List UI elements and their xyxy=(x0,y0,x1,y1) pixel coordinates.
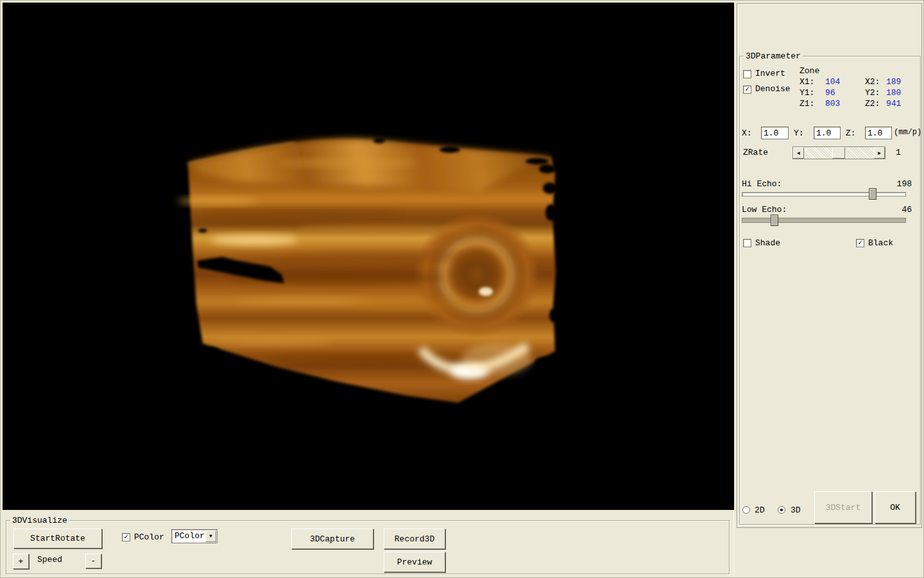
visualize-groupbox-title: 3DVisualize xyxy=(10,516,69,525)
low-echo-label: Low Echo: xyxy=(742,205,787,215)
pcolor-label: PColor xyxy=(134,532,164,542)
start3d-button[interactable]: 3DStart xyxy=(814,491,872,523)
zone-x2-label: X2: xyxy=(865,77,880,87)
y-scale-label: Y: xyxy=(794,128,804,138)
parameter-groupbox-title: 3DParameter xyxy=(744,51,803,61)
hi-echo-slider-thumb[interactable] xyxy=(869,188,877,200)
pcolor-dropdown[interactable]: PColor ▼ xyxy=(171,529,218,543)
zone-z2-value: 941 xyxy=(886,99,901,109)
black-checkbox[interactable]: ✓ xyxy=(856,239,864,247)
z-scale-label: Z: xyxy=(846,128,856,138)
speed-plus-button[interactable]: + xyxy=(13,554,29,569)
zone-title: Zone xyxy=(800,66,819,76)
scroll-left-icon: ◄ xyxy=(797,150,800,156)
ok-button[interactable]: OK xyxy=(875,491,916,523)
record3d-button[interactable]: Record3D xyxy=(384,529,445,549)
denoise-label: Denoise xyxy=(755,84,791,94)
capture-button[interactable]: 3DCapture xyxy=(291,529,373,549)
mode-2d-label: 2D xyxy=(755,505,765,515)
x-scale-input[interactable] xyxy=(761,127,789,139)
zone-y1-label: Y1: xyxy=(800,88,814,98)
mode-3d-label: 3D xyxy=(791,505,801,515)
check-icon: ✓ xyxy=(858,239,862,247)
zone-y2-label: Y2: xyxy=(865,88,880,98)
preview-button[interactable]: Preview xyxy=(384,552,445,572)
y-scale-input[interactable] xyxy=(814,127,841,139)
shade-checkbox[interactable] xyxy=(743,239,751,247)
zone-y1-value: 96 xyxy=(825,88,835,98)
chevron-down-icon[interactable]: ▼ xyxy=(205,530,216,542)
zrate-value: 1 xyxy=(896,148,901,157)
app-window: 3DParameter Invert ✓ Denoise Zone X1: 10… xyxy=(0,0,924,578)
x-scale-label: X: xyxy=(742,128,752,138)
zrate-scroll-thumb[interactable] xyxy=(832,147,845,159)
zrate-scroll-right-button[interactable]: ► xyxy=(874,147,885,159)
invert-checkbox[interactable] xyxy=(743,70,751,78)
zone-z1-label: Z1: xyxy=(800,99,814,109)
zone-x1-value: 104 xyxy=(825,77,840,87)
check-icon: ✓ xyxy=(745,85,749,93)
zrate-scroll-left-button[interactable]: ◄ xyxy=(793,147,804,159)
denoise-checkbox[interactable]: ✓ xyxy=(743,85,751,94)
hi-echo-slider-track[interactable] xyxy=(742,192,906,197)
mode-2d-radio[interactable] xyxy=(742,506,750,514)
start-rotate-button[interactable]: StartRotate xyxy=(13,529,102,548)
z-scale-input[interactable] xyxy=(865,127,892,139)
speed-label: Speed xyxy=(37,555,62,565)
low-echo-value: 46 xyxy=(886,205,912,215)
zone-x1-label: X1: xyxy=(800,77,814,87)
scroll-right-icon: ► xyxy=(878,150,881,156)
shade-label: Shade xyxy=(755,238,780,248)
zone-z1-value: 803 xyxy=(825,99,840,109)
low-echo-slider-thumb[interactable] xyxy=(771,215,778,226)
invert-label: Invert xyxy=(755,69,785,78)
check-icon: ✓ xyxy=(124,533,128,541)
pcolor-checkbox[interactable]: ✓ xyxy=(122,533,130,541)
3d-viewport[interactable] xyxy=(3,3,734,510)
hi-echo-value: 198 xyxy=(886,179,912,189)
zone-x2-value: 189 xyxy=(886,77,901,87)
scale-unit-label: (mm/p) xyxy=(894,128,921,137)
low-echo-slider-track[interactable] xyxy=(742,218,906,223)
mode-3d-radio[interactable] xyxy=(778,506,785,514)
pcolor-dropdown-value: PColor xyxy=(175,531,205,541)
zrate-scrollbar[interactable]: ◄ ► xyxy=(792,146,886,159)
radio-dot xyxy=(780,509,783,511)
zrate-label: ZRate xyxy=(743,148,768,157)
speed-minus-button[interactable]: - xyxy=(85,554,101,568)
zone-z2-label: Z2: xyxy=(865,99,880,109)
hi-echo-label: Hi Echo: xyxy=(742,179,782,189)
black-label: Black xyxy=(868,238,893,248)
volume-3d-render xyxy=(3,3,734,510)
zone-y2-value: 180 xyxy=(886,88,901,98)
